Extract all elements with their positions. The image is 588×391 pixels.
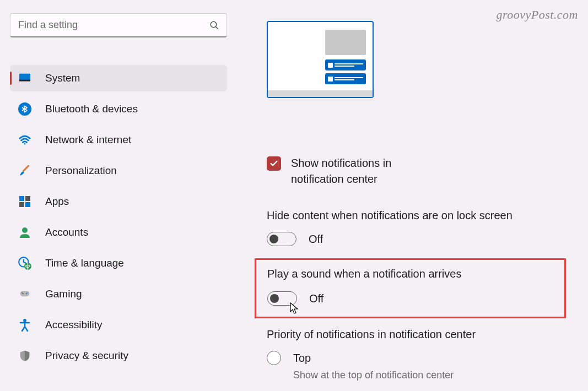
svg-point-10 xyxy=(22,227,28,233)
svg-point-17 xyxy=(27,292,28,294)
svg-rect-8 xyxy=(19,202,24,207)
hide-content-title: Hide content when notifications are on l… xyxy=(267,209,555,222)
sidebar-item-label: Accessibility xyxy=(45,319,102,331)
svg-rect-6 xyxy=(19,196,24,201)
watermark-text: groovyPost.com xyxy=(496,8,578,22)
toggle-knob xyxy=(270,294,279,303)
svg-rect-9 xyxy=(25,202,30,207)
show-notifications-row: Show notifications in notification cente… xyxy=(267,155,555,187)
priority-radio-top-sub: Show at the top of notification center xyxy=(293,370,555,381)
svg-rect-3 xyxy=(19,80,30,82)
svg-rect-13 xyxy=(20,291,30,296)
search-input[interactable] xyxy=(10,13,227,37)
svg-point-16 xyxy=(21,292,23,294)
search-icon xyxy=(209,20,219,30)
settings-container: System Bluetooth & devices Network & int… xyxy=(0,0,588,391)
label-line-2: notification center xyxy=(291,173,377,185)
sidebar-item-network[interactable]: Network & internet xyxy=(10,127,227,153)
search-wrap xyxy=(10,13,227,37)
preview-notification-1 xyxy=(325,59,366,70)
sidebar-item-label: Apps xyxy=(45,196,69,208)
svg-point-0 xyxy=(211,21,217,28)
sidebar-item-label: System xyxy=(45,72,80,84)
main-content: Show notifications in notification cente… xyxy=(244,13,588,391)
svg-point-18 xyxy=(23,319,26,322)
play-sound-toggle-row: Off xyxy=(267,291,553,306)
hide-content-state: Off xyxy=(309,233,323,246)
play-sound-title: Play a sound when a notification arrives xyxy=(267,268,553,280)
hide-content-toggle-row: Off xyxy=(267,232,555,246)
gamepad-icon xyxy=(18,287,32,301)
sidebar-item-label: Accounts xyxy=(45,226,88,238)
show-notifications-label: Show notifications in notification cente… xyxy=(291,155,391,187)
preview-app-window xyxy=(325,30,366,55)
hide-content-block: Hide content when notifications are on l… xyxy=(267,209,555,246)
sidebar-item-label: Network & internet xyxy=(45,134,131,146)
system-icon xyxy=(18,71,32,85)
clock-globe-icon xyxy=(18,256,32,270)
priority-radio-top[interactable] xyxy=(267,351,281,365)
shield-icon xyxy=(18,349,32,363)
accessibility-icon xyxy=(18,318,32,332)
paintbrush-icon xyxy=(18,164,32,178)
sidebar-item-label: Privacy & security xyxy=(45,350,128,362)
sidebar-item-privacy[interactable]: Privacy & security xyxy=(10,343,227,369)
sidebar-item-personalization[interactable]: Personalization xyxy=(10,158,227,184)
person-icon xyxy=(18,225,32,240)
priority-block: Priority of notifications in notificatio… xyxy=(267,328,555,381)
priority-title: Priority of notifications in notificatio… xyxy=(267,328,555,341)
play-sound-highlight: Play a sound when a notification arrives… xyxy=(255,258,566,318)
wifi-icon xyxy=(18,133,32,147)
sidebar-item-accessibility[interactable]: Accessibility xyxy=(10,312,227,338)
sidebar-item-label: Time & language xyxy=(45,257,124,269)
sidebar-item-time[interactable]: Time & language xyxy=(10,250,227,276)
svg-point-5 xyxy=(24,143,26,145)
sidebar-item-label: Personalization xyxy=(45,165,117,177)
svg-line-1 xyxy=(215,26,218,29)
sidebar-item-system[interactable]: System xyxy=(10,65,227,91)
nav-list: System Bluetooth & devices Network & int… xyxy=(10,65,244,369)
play-sound-state: Off xyxy=(309,292,323,305)
svg-point-14 xyxy=(23,293,24,294)
sidebar-item-label: Gaming xyxy=(45,288,82,300)
sidebar-item-accounts[interactable]: Accounts xyxy=(10,219,227,246)
bluetooth-icon xyxy=(18,102,32,116)
label-line-1: Show notifications in xyxy=(291,157,391,169)
hide-content-toggle[interactable] xyxy=(267,232,296,246)
sidebar-item-gaming[interactable]: Gaming xyxy=(10,281,227,307)
svg-rect-7 xyxy=(25,196,30,201)
show-notifications-checkbox[interactable] xyxy=(267,156,281,171)
notification-preview[interactable] xyxy=(267,21,374,98)
sidebar-item-apps[interactable]: Apps xyxy=(10,188,227,215)
svg-point-15 xyxy=(26,293,27,294)
preview-taskbar xyxy=(268,90,373,97)
apps-icon xyxy=(18,194,32,209)
priority-radio-top-label: Top xyxy=(293,352,311,365)
priority-option-top-row: Top xyxy=(267,351,555,365)
sidebar-item-label: Bluetooth & devices xyxy=(45,103,138,115)
sidebar-item-bluetooth[interactable]: Bluetooth & devices xyxy=(10,96,227,122)
sidebar: System Bluetooth & devices Network & int… xyxy=(10,13,244,391)
toggle-knob xyxy=(269,235,278,243)
preview-notification-2 xyxy=(325,73,366,84)
cursor-icon xyxy=(289,302,300,315)
